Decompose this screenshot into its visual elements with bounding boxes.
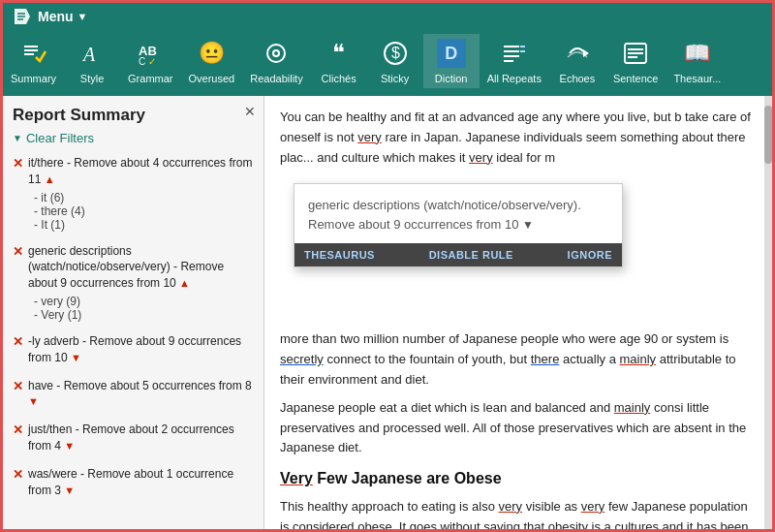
svg-text:✓: ✓ xyxy=(148,56,156,67)
toolbar-item-allrepeats[interactable]: All Repeats xyxy=(480,34,549,88)
filter-remove-icon[interactable]: ✕ xyxy=(13,156,23,171)
sentence-icon xyxy=(620,38,651,69)
overused-icon: 😐 xyxy=(196,38,227,69)
filter-generic: ✕ generic descriptions (watch/notice/obs… xyxy=(13,243,254,322)
highlighted-very-heading: Very xyxy=(280,470,313,486)
svg-rect-20 xyxy=(520,46,525,47)
diction-label: Diction xyxy=(435,73,468,84)
svg-rect-19 xyxy=(504,60,513,62)
scrollbar-thumb[interactable] xyxy=(764,106,772,164)
allrepeats-label: All Repeats xyxy=(487,73,542,84)
tooltip-disable-rule-button[interactable]: DISABLE RULE xyxy=(429,249,513,261)
toolbar-item-sentence[interactable]: Sentence xyxy=(605,34,666,88)
svg-rect-6 xyxy=(24,53,34,55)
sticky-icon: $ xyxy=(380,38,411,69)
filter-remove-icon[interactable]: ✕ xyxy=(13,422,23,437)
highlighted-very4: very xyxy=(581,499,605,514)
menu-bar[interactable]: Menu ▼ xyxy=(3,3,772,30)
svg-point-13 xyxy=(274,51,278,55)
toolbar-item-summary[interactable]: Summary xyxy=(3,34,64,88)
svg-rect-4 xyxy=(24,46,38,47)
highlighted-mainly2: mainly xyxy=(614,400,651,415)
filter-have: ✕ have - Remove about 5 occurrences from… xyxy=(13,378,254,411)
echoes-label: Echoes xyxy=(560,73,596,84)
toolbar-item-grammar[interactable]: AB C ✓ Grammar xyxy=(120,34,180,88)
tooltip-text-content: generic descriptions (watch/notice/obser… xyxy=(294,184,622,243)
svg-text:A: A xyxy=(81,44,96,65)
content-para3: Japanese people eat a diet which is lean… xyxy=(280,398,757,458)
close-button[interactable]: ✕ xyxy=(244,104,256,119)
allrepeats-icon xyxy=(499,38,530,69)
summary-icon xyxy=(18,38,49,69)
highlighted-mainly: mainly xyxy=(620,352,657,366)
echoes-icon xyxy=(562,38,593,69)
right-panel: You can be healthy and fit at an advance… xyxy=(264,96,772,532)
svg-rect-16 xyxy=(504,46,519,47)
toolbar-item-overused[interactable]: 😐 Overused xyxy=(181,34,243,88)
svg-rect-26 xyxy=(628,56,637,58)
tooltip-ignore-button[interactable]: IGNORE xyxy=(568,249,612,261)
highlighted-secretly: secretly xyxy=(280,352,324,366)
filter-have-text: have - Remove about 5 occurrences from 8… xyxy=(28,378,254,411)
menu-label: Menu xyxy=(38,9,74,24)
highlighted-there: there xyxy=(531,352,560,366)
svg-rect-17 xyxy=(504,50,519,52)
svg-rect-21 xyxy=(520,50,525,52)
filter-remove-icon[interactable]: ✕ xyxy=(13,244,23,259)
svg-text:C: C xyxy=(139,56,145,67)
content-para1: You can be healthy and fit at an advance… xyxy=(280,108,757,168)
tooltip-popup: generic descriptions (watch/notice/obser… xyxy=(294,183,623,267)
list-item: Very (1) xyxy=(34,308,254,322)
svg-rect-18 xyxy=(504,55,519,57)
filter-remove-icon[interactable]: ✕ xyxy=(13,334,23,349)
content-para4: This healthy approach to eating is also … xyxy=(280,497,757,532)
main-area: Report Summary ✕ Clear Filters ✕ it/ther… xyxy=(3,96,772,532)
toolbar-item-echoes[interactable]: Echoes xyxy=(549,34,605,88)
filter-generic-text: generic descriptions (watch/notice/obser… xyxy=(28,243,254,292)
toolbar-item-style[interactable]: A Style xyxy=(64,34,120,88)
content-para2: more than two million number of Japanese… xyxy=(280,329,757,390)
tooltip-thesaurus-button[interactable]: THESAURUS xyxy=(304,249,375,261)
clear-filters-label: Clear Filters xyxy=(26,131,94,145)
grammar-icon: AB C ✓ xyxy=(135,38,166,69)
thesaurus-icon: 📖 xyxy=(682,38,713,69)
clear-filters-link[interactable]: Clear Filters xyxy=(13,131,254,145)
summary-label: Summary xyxy=(11,73,56,84)
diction-icon: D xyxy=(436,38,467,69)
list-item: it (6) xyxy=(34,191,254,204)
filter-it-there-list: it (6) there (4) It (1) xyxy=(34,191,254,232)
filter-ly-adverb: ✕ -ly adverb - Remove about 9 occurrence… xyxy=(13,333,254,366)
toolbar: Summary A Style AB C ✓ Grammar 😐 Overuse… xyxy=(3,30,772,96)
toolbar-item-thesaurus[interactable]: 📖 Thesaur... xyxy=(666,34,728,88)
svg-rect-25 xyxy=(628,52,643,54)
filter-was-were: ✕ was/were - Remove about 1 occurrence f… xyxy=(13,466,254,499)
scrollbar-track[interactable] xyxy=(764,96,772,532)
overused-label: Overused xyxy=(189,73,235,84)
cliches-label: Clichés xyxy=(322,73,356,84)
sentence-label: Sentence xyxy=(613,73,658,84)
readability-icon xyxy=(261,38,292,69)
filter-generic-list: very (9) Very (1) xyxy=(34,295,254,322)
svg-rect-24 xyxy=(628,48,643,50)
readability-label: Readability xyxy=(250,73,302,84)
svg-rect-5 xyxy=(24,49,38,51)
panel-title: Report Summary xyxy=(13,106,254,125)
highlighted-very3: very xyxy=(498,499,522,514)
filter-it-there-text: it/there - Remove about 4 occurrences fr… xyxy=(28,155,254,188)
section-heading-obese: Very Few Japanese are Obese xyxy=(280,466,757,491)
sticky-label: Sticky xyxy=(381,73,409,84)
filter-remove-icon[interactable]: ✕ xyxy=(13,379,23,393)
filter-it-there: ✕ it/there - Remove about 4 occurrences … xyxy=(13,155,254,232)
highlighted-very2: very xyxy=(469,150,493,165)
list-item: there (4) xyxy=(34,204,254,218)
filter-just-then: ✕ just/then - Remove about 2 occurrences… xyxy=(13,422,254,454)
toolbar-item-diction[interactable]: D Diction xyxy=(423,34,480,88)
toolbar-item-cliches[interactable]: ❝ Clichés xyxy=(311,34,367,88)
toolbar-item-readability[interactable]: Readability xyxy=(242,34,310,88)
content-area: You can be healthy and fit at an advance… xyxy=(264,96,772,179)
style-icon: A xyxy=(77,38,108,69)
filter-remove-icon[interactable]: ✕ xyxy=(13,467,23,482)
toolbar-item-sticky[interactable]: $ Sticky xyxy=(367,34,423,88)
content-area-2: more than two million number of Japanese… xyxy=(264,329,772,532)
menu-logo-icon xyxy=(13,7,32,26)
